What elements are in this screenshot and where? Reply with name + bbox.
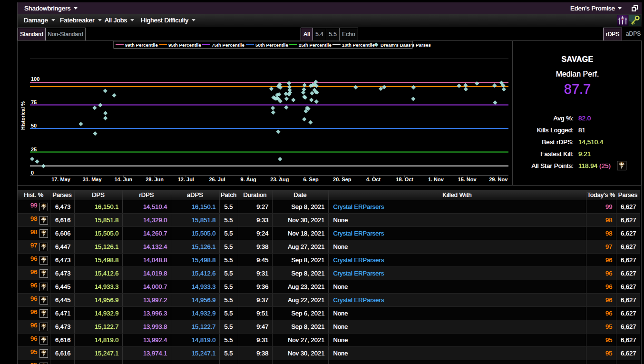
svg-text:23. Aug: 23. Aug: [270, 177, 289, 182]
svg-text:28. Jun: 28. Jun: [146, 177, 164, 182]
svg-text:18. Oct: 18. Oct: [396, 177, 413, 182]
svg-text:31. May: 31. May: [83, 177, 102, 182]
svg-text:Historical %: Historical %: [20, 101, 26, 130]
svg-text:75: 75: [31, 99, 37, 105]
svg-text:26. Jul: 26. Jul: [209, 177, 225, 182]
svg-text:50: 50: [31, 123, 37, 128]
svg-text:25th Percentile: 25th Percentile: [299, 42, 332, 48]
svg-text:6. Sep: 6. Sep: [303, 177, 319, 182]
svg-text:12. Jul: 12. Jul: [178, 177, 194, 182]
svg-text:4. Oct: 4. Oct: [366, 177, 381, 182]
svg-text:10th Percentile: 10th Percentile: [342, 42, 375, 48]
svg-text:25: 25: [31, 147, 37, 152]
svg-text:17. May: 17. May: [51, 177, 71, 182]
svg-text:75th Percentile: 75th Percentile: [212, 42, 245, 48]
svg-text:0: 0: [31, 170, 34, 176]
svg-text:15. Nov: 15. Nov: [458, 177, 477, 182]
svg-text:95th Percentile: 95th Percentile: [168, 42, 202, 48]
svg-text:1. Nov: 1. Nov: [428, 177, 444, 182]
svg-text:50th Percentile: 50th Percentile: [255, 42, 289, 48]
svg-text:100: 100: [31, 76, 39, 82]
svg-text:99th Percentile: 99th Percentile: [125, 42, 158, 48]
svg-text:9. Aug: 9. Aug: [241, 177, 256, 182]
svg-text:29. Nov: 29. Nov: [489, 177, 508, 182]
svg-text:20. Sep: 20. Sep: [333, 177, 351, 182]
svg-text:Dream's Bass's Parses: Dream's Bass's Parses: [381, 42, 431, 48]
svg-text:14. Jun: 14. Jun: [114, 177, 132, 182]
